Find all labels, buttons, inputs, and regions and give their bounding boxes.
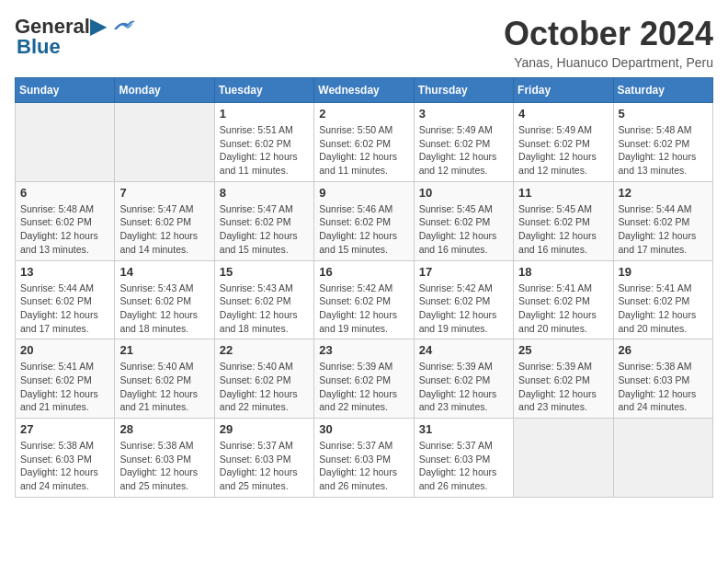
calendar-cell: 15Sunrise: 5:43 AMSunset: 6:02 PMDayligh…: [214, 260, 313, 339]
calendar-cell: 10Sunrise: 5:45 AMSunset: 6:02 PMDayligh…: [414, 181, 513, 260]
calendar-cell: 4Sunrise: 5:49 AMSunset: 6:02 PMDaylight…: [514, 103, 613, 182]
calendar-cell: 6Sunrise: 5:48 AMSunset: 6:02 PMDaylight…: [16, 181, 115, 260]
day-number: 27: [20, 422, 109, 436]
calendar-cell: 12Sunrise: 5:44 AMSunset: 6:02 PMDayligh…: [613, 181, 712, 260]
day-number: 23: [319, 343, 408, 357]
day-info: Sunrise: 5:38 AMSunset: 6:03 PMDaylight:…: [20, 439, 109, 493]
day-number: 4: [518, 107, 608, 121]
day-info: Sunrise: 5:42 AMSunset: 6:02 PMDaylight:…: [319, 282, 408, 336]
day-info: Sunrise: 5:51 AMSunset: 6:02 PMDaylight:…: [220, 123, 309, 178]
day-info: Sunrise: 5:38 AMSunset: 6:03 PMDaylight:…: [119, 439, 209, 493]
day-number: 24: [419, 343, 508, 357]
day-number: 17: [419, 265, 508, 279]
day-info: Sunrise: 5:46 AMSunset: 6:02 PMDaylight:…: [319, 202, 408, 257]
day-number: 5: [619, 107, 708, 121]
calendar-week-row: 27Sunrise: 5:38 AMSunset: 6:03 PMDayligh…: [16, 419, 713, 498]
day-info: Sunrise: 5:44 AMSunset: 6:02 PMDaylight:…: [619, 202, 708, 257]
day-number: 9: [319, 186, 408, 200]
day-number: 19: [619, 265, 708, 279]
day-info: Sunrise: 5:39 AMSunset: 6:02 PMDaylight:…: [319, 360, 408, 414]
day-number: 2: [319, 107, 408, 121]
weekday-header: Tuesday: [214, 78, 313, 103]
day-info: Sunrise: 5:45 AMSunset: 6:02 PMDaylight:…: [419, 202, 508, 257]
day-number: 8: [220, 186, 309, 200]
day-info: Sunrise: 5:42 AMSunset: 6:02 PMDaylight:…: [419, 282, 508, 336]
calendar-cell: 2Sunrise: 5:50 AMSunset: 6:02 PMDaylight…: [314, 103, 414, 182]
logo: General▶ Blue: [15, 15, 137, 59]
subtitle: Yanas, Huanuco Department, Peru: [504, 55, 713, 70]
calendar-table: SundayMondayTuesdayWednesdayThursdayFrid…: [15, 77, 713, 498]
day-info: Sunrise: 5:40 AMSunset: 6:02 PMDaylight:…: [119, 360, 209, 414]
calendar-cell: 30Sunrise: 5:37 AMSunset: 6:03 PMDayligh…: [314, 419, 414, 498]
weekday-header: Thursday: [414, 78, 513, 103]
day-number: 28: [119, 422, 209, 436]
day-info: Sunrise: 5:47 AMSunset: 6:02 PMDaylight:…: [220, 202, 309, 257]
day-info: Sunrise: 5:50 AMSunset: 6:02 PMDaylight:…: [319, 123, 408, 178]
weekday-header: Wednesday: [314, 78, 414, 103]
day-info: Sunrise: 5:43 AMSunset: 6:02 PMDaylight:…: [119, 282, 209, 336]
calendar-cell: [514, 419, 613, 498]
day-info: Sunrise: 5:45 AMSunset: 6:02 PMDaylight:…: [518, 202, 608, 257]
month-title: October 2024: [504, 15, 713, 53]
day-info: Sunrise: 5:41 AMSunset: 6:02 PMDaylight:…: [619, 282, 708, 336]
calendar-cell: 7Sunrise: 5:47 AMSunset: 6:02 PMDaylight…: [115, 181, 214, 260]
calendar-cell: 20Sunrise: 5:41 AMSunset: 6:02 PMDayligh…: [16, 339, 115, 419]
day-info: Sunrise: 5:49 AMSunset: 6:02 PMDaylight:…: [518, 123, 608, 178]
calendar-cell: 5Sunrise: 5:48 AMSunset: 6:02 PMDaylight…: [613, 103, 712, 182]
day-info: Sunrise: 5:47 AMSunset: 6:02 PMDaylight:…: [119, 202, 209, 257]
day-info: Sunrise: 5:41 AMSunset: 6:02 PMDaylight:…: [518, 282, 608, 336]
calendar-cell: 13Sunrise: 5:44 AMSunset: 6:02 PMDayligh…: [16, 260, 115, 339]
day-number: 13: [20, 265, 109, 279]
day-number: 21: [119, 343, 209, 357]
calendar-cell: 8Sunrise: 5:47 AMSunset: 6:02 PMDaylight…: [214, 181, 313, 260]
title-area: October 2024 Yanas, Huanuco Department, …: [504, 15, 713, 70]
day-number: 25: [518, 343, 608, 357]
day-info: Sunrise: 5:48 AMSunset: 6:02 PMDaylight:…: [20, 202, 109, 257]
day-number: 18: [518, 265, 608, 279]
day-info: Sunrise: 5:37 AMSunset: 6:03 PMDaylight:…: [319, 439, 408, 493]
calendar-cell: 31Sunrise: 5:37 AMSunset: 6:03 PMDayligh…: [414, 419, 513, 498]
calendar-week-row: 20Sunrise: 5:41 AMSunset: 6:02 PMDayligh…: [16, 339, 713, 419]
calendar-cell: 28Sunrise: 5:38 AMSunset: 6:03 PMDayligh…: [115, 419, 214, 498]
day-info: Sunrise: 5:43 AMSunset: 6:02 PMDaylight:…: [220, 282, 309, 336]
day-number: 30: [319, 422, 408, 436]
day-number: 6: [20, 186, 109, 200]
weekday-header-row: SundayMondayTuesdayWednesdayThursdayFrid…: [16, 78, 713, 103]
calendar-cell: 14Sunrise: 5:43 AMSunset: 6:02 PMDayligh…: [115, 260, 214, 339]
calendar-cell: 21Sunrise: 5:40 AMSunset: 6:02 PMDayligh…: [115, 339, 214, 419]
day-info: Sunrise: 5:49 AMSunset: 6:02 PMDaylight:…: [419, 123, 508, 178]
calendar-week-row: 1Sunrise: 5:51 AMSunset: 6:02 PMDaylight…: [16, 103, 713, 182]
day-number: 10: [419, 186, 508, 200]
weekday-header: Monday: [115, 78, 214, 103]
calendar-cell: 9Sunrise: 5:46 AMSunset: 6:02 PMDaylight…: [314, 181, 414, 260]
calendar-cell: 18Sunrise: 5:41 AMSunset: 6:02 PMDayligh…: [514, 260, 613, 339]
day-number: 20: [20, 343, 109, 357]
calendar-cell: [16, 103, 115, 182]
weekday-header: Saturday: [613, 78, 712, 103]
weekday-header: Friday: [514, 78, 613, 103]
calendar-cell: 16Sunrise: 5:42 AMSunset: 6:02 PMDayligh…: [314, 260, 414, 339]
calendar-cell: [613, 419, 712, 498]
day-number: 29: [220, 422, 309, 436]
day-info: Sunrise: 5:41 AMSunset: 6:02 PMDaylight:…: [20, 360, 109, 414]
calendar-cell: 24Sunrise: 5:39 AMSunset: 6:02 PMDayligh…: [414, 339, 513, 419]
day-info: Sunrise: 5:39 AMSunset: 6:02 PMDaylight:…: [419, 360, 508, 414]
calendar-cell: 19Sunrise: 5:41 AMSunset: 6:02 PMDayligh…: [613, 260, 712, 339]
calendar-cell: 17Sunrise: 5:42 AMSunset: 6:02 PMDayligh…: [414, 260, 513, 339]
day-info: Sunrise: 5:37 AMSunset: 6:03 PMDaylight:…: [419, 439, 508, 493]
weekday-header: Sunday: [16, 78, 115, 103]
logo-line2: Blue: [17, 35, 61, 59]
day-info: Sunrise: 5:39 AMSunset: 6:02 PMDaylight:…: [518, 360, 608, 414]
calendar-cell: 23Sunrise: 5:39 AMSunset: 6:02 PMDayligh…: [314, 339, 414, 419]
calendar-week-row: 13Sunrise: 5:44 AMSunset: 6:02 PMDayligh…: [16, 260, 713, 339]
day-number: 3: [419, 107, 508, 121]
day-info: Sunrise: 5:44 AMSunset: 6:02 PMDaylight:…: [20, 282, 109, 336]
calendar-cell: 11Sunrise: 5:45 AMSunset: 6:02 PMDayligh…: [514, 181, 613, 260]
calendar-week-row: 6Sunrise: 5:48 AMSunset: 6:02 PMDaylight…: [16, 181, 713, 260]
logo-bird-icon: [109, 17, 137, 37]
day-number: 11: [518, 186, 608, 200]
day-info: Sunrise: 5:37 AMSunset: 6:03 PMDaylight:…: [220, 439, 309, 493]
day-number: 7: [119, 186, 209, 200]
day-info: Sunrise: 5:40 AMSunset: 6:02 PMDaylight:…: [220, 360, 309, 414]
calendar-cell: 29Sunrise: 5:37 AMSunset: 6:03 PMDayligh…: [214, 419, 313, 498]
